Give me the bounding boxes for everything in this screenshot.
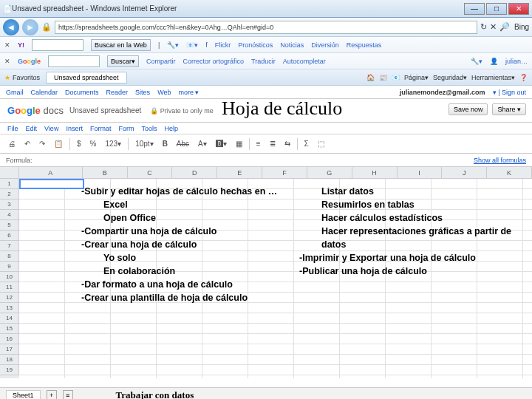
- col-A[interactable]: A: [19, 167, 83, 178]
- gbar-calendar[interactable]: Calendar: [31, 89, 58, 96]
- column-headers[interactable]: A B C D E F G H I J K: [0, 167, 532, 179]
- page-menu[interactable]: Página▾: [404, 74, 429, 81]
- add-sheet-button[interactable]: +: [47, 390, 57, 400]
- feeds-icon[interactable]: 📰: [379, 74, 387, 81]
- user-avatar-icon[interactable]: 👤: [490, 58, 498, 65]
- row-8[interactable]: 8: [0, 251, 19, 262]
- cross-icon-2[interactable]: ✕: [4, 58, 10, 65]
- tb-spell[interactable]: Corrector ortográfico: [183, 58, 245, 65]
- mail-icon[interactable]: 📧: [392, 74, 400, 81]
- valign-btn[interactable]: ≣: [267, 139, 278, 149]
- row-5[interactable]: 5: [0, 220, 19, 231]
- undo-icon[interactable]: ↶: [22, 139, 33, 149]
- text-color-btn[interactable]: A▾: [196, 139, 209, 149]
- fill-color-btn[interactable]: 🅱▾: [214, 139, 229, 149]
- tb-share[interactable]: Compartir: [146, 58, 176, 65]
- tb-item-facebook[interactable]: f: [205, 41, 208, 49]
- gbar-documents[interactable]: Documents: [65, 89, 99, 96]
- gbar-reader[interactable]: Reader: [106, 89, 129, 96]
- strike-btn[interactable]: Abc: [174, 139, 191, 149]
- google-docs-logo[interactable]: Google docs: [7, 105, 64, 116]
- menu-form[interactable]: Form: [118, 125, 134, 132]
- row-17[interactable]: 17: [0, 344, 19, 355]
- row-4[interactable]: 4: [0, 210, 19, 220]
- row-7[interactable]: 7: [0, 241, 19, 251]
- favorites-button[interactable]: ★Favoritos: [4, 74, 40, 81]
- help-icon[interactable]: ❓: [519, 74, 528, 81]
- refresh-icon[interactable]: ↻: [480, 22, 487, 32]
- tb-item-answers[interactable]: Respuestas: [347, 41, 382, 49]
- col-I[interactable]: I: [398, 167, 443, 178]
- row-12[interactable]: 12: [0, 293, 19, 303]
- wrench-icon[interactable]: 🔧▾: [471, 58, 482, 65]
- col-D[interactable]: D: [172, 167, 217, 178]
- align-btn[interactable]: ≡: [254, 139, 263, 149]
- row-9[interactable]: 9: [0, 262, 19, 272]
- formula-input[interactable]: [37, 155, 474, 166]
- row-11[interactable]: 11: [0, 282, 19, 293]
- gbar-more[interactable]: more ▾: [178, 89, 199, 96]
- yahoo-y-icon[interactable]: Y!: [18, 41, 24, 49]
- search-provider-icon[interactable]: 🔎: [499, 22, 510, 32]
- active-cell[interactable]: [19, 179, 84, 189]
- row-6[interactable]: 6: [0, 231, 19, 241]
- menu-view[interactable]: View: [44, 125, 58, 132]
- tb-item-mail[interactable]: 📧▾: [186, 41, 198, 49]
- forward-button[interactable]: ►: [22, 19, 38, 35]
- tb-item-fun[interactable]: Diversión: [311, 41, 339, 49]
- sigma-btn[interactable]: Σ: [302, 139, 311, 149]
- gbar-web[interactable]: Web: [157, 89, 171, 96]
- tb-item-forecast[interactable]: Pronósticos: [238, 41, 273, 49]
- google-search-button[interactable]: Buscar▾: [107, 55, 139, 67]
- row-headers[interactable]: 1 2 3 4 5 6 7 8 9 10 11 12 13 14 15 16 1…: [0, 179, 19, 378]
- col-K[interactable]: K: [487, 167, 532, 178]
- currency-btn[interactable]: $: [75, 139, 83, 149]
- tb-item-1[interactable]: 🔧▾: [167, 41, 179, 49]
- google-search-input[interactable]: [48, 55, 100, 67]
- number-format-btn[interactable]: 123▾: [103, 139, 123, 149]
- col-F[interactable]: F: [262, 167, 307, 178]
- cross-icon[interactable]: ✕: [4, 41, 10, 49]
- row-10[interactable]: 10: [0, 272, 19, 282]
- col-G[interactable]: G: [307, 167, 352, 178]
- col-C[interactable]: C: [128, 167, 173, 178]
- row-14[interactable]: 14: [0, 313, 19, 324]
- sheet-menu-button[interactable]: ≡: [63, 390, 73, 400]
- col-J[interactable]: J: [442, 167, 487, 178]
- back-button[interactable]: ◄: [3, 19, 19, 35]
- col-E[interactable]: E: [217, 167, 262, 178]
- signout-link[interactable]: ▾ | Sign out: [493, 89, 526, 96]
- menu-insert[interactable]: Insert: [66, 125, 83, 132]
- spreadsheet[interactable]: A B C D E F G H I J K 1 2 3 4 5 6 7 8 9 …: [0, 167, 532, 387]
- row-15[interactable]: 15: [0, 324, 19, 334]
- tb-translate[interactable]: Traducir: [251, 58, 276, 65]
- tb-item-news[interactable]: Noticias: [280, 41, 304, 49]
- wrap-btn[interactable]: ⇆: [282, 139, 293, 149]
- row-18[interactable]: 18: [0, 355, 19, 365]
- bold-btn[interactable]: B: [160, 139, 170, 149]
- row-1[interactable]: 1: [0, 179, 19, 189]
- menu-format[interactable]: Format: [90, 125, 112, 132]
- redo-icon[interactable]: ↷: [37, 139, 47, 149]
- share-button[interactable]: Share ▾: [492, 103, 526, 115]
- browser-tab[interactable]: Unsaved spreadsheet: [46, 72, 127, 83]
- row-13[interactable]: 13: [0, 303, 19, 313]
- menu-help[interactable]: Help: [164, 125, 178, 132]
- yahoo-search-button[interactable]: Buscar en la Web: [91, 39, 151, 51]
- select-all-corner[interactable]: [0, 167, 19, 178]
- document-name[interactable]: Unsaved spreadsheet: [69, 106, 141, 115]
- save-button[interactable]: Save now: [449, 103, 488, 115]
- chart-btn[interactable]: ⬚: [316, 139, 327, 149]
- row-16[interactable]: 16: [0, 334, 19, 344]
- percent-btn[interactable]: %: [88, 139, 99, 149]
- gbar-gmail[interactable]: Gmail: [6, 89, 24, 96]
- minimize-button[interactable]: —: [464, 3, 485, 15]
- menu-edit[interactable]: Edit: [26, 125, 38, 132]
- col-H[interactable]: H: [352, 167, 398, 178]
- menu-tools[interactable]: Tools: [141, 125, 157, 132]
- font-size-btn[interactable]: 10pt▾: [133, 139, 155, 149]
- close-button[interactable]: ✕: [508, 3, 529, 15]
- security-menu[interactable]: Seguridad▾: [433, 74, 467, 81]
- menu-file[interactable]: File: [7, 125, 18, 132]
- google-user[interactable]: julian…: [505, 58, 528, 65]
